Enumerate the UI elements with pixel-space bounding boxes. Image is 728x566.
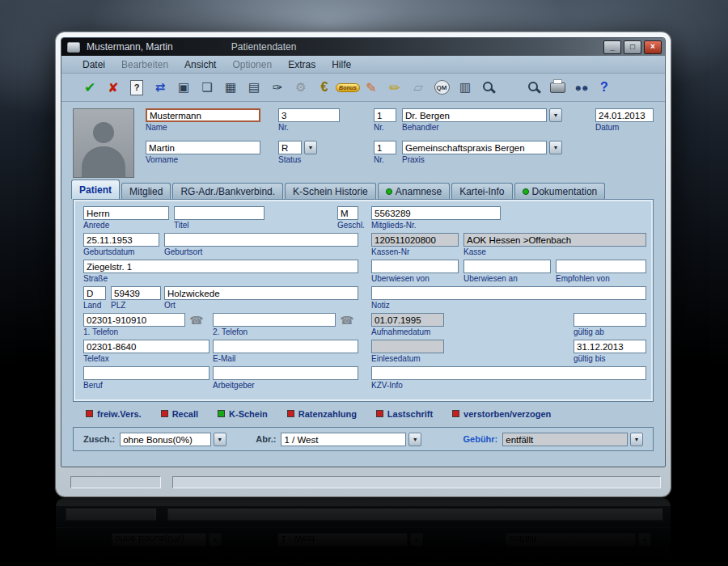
tab-k-schein-historie[interactable]: K-Schein Historie [285,183,376,199]
geburtsort-input[interactable] [164,233,358,247]
flag-freiw-vers[interactable]: freiw.Vers. [86,409,142,419]
praxis-select[interactable]: Gemeinschaftspraxis Bergen [402,141,547,154]
tab-mitglied[interactable]: Mitglied [121,183,171,199]
bonus-badge-icon[interactable]: Bonus [337,78,358,97]
geschlecht-input[interactable]: M [337,206,358,220]
gebuehr-dropdown-button[interactable]: ▼ [630,433,643,446]
calculator-icon[interactable]: ▦ [220,78,241,97]
empfohlen-von-input[interactable] [556,260,646,273]
help-card-icon[interactable]: ? [126,78,147,97]
phone-icon[interactable]: ☎ [188,313,205,327]
telefax-group: 02301-8640 Telefax [83,340,210,363]
photo-silhouette-icon [93,122,114,143]
gebuehr-label: Gebühr: [463,434,498,444]
menu-ansicht[interactable]: Ansicht [184,59,216,70]
tab-kartei-info[interactable]: Kartei-Info [451,183,512,199]
zuschlag-select[interactable]: ohne Bonus(0%) [120,433,211,446]
behandler-select[interactable]: Dr. Bergen [402,108,547,122]
maximize-button[interactable]: □ [624,40,641,54]
cancel-icon[interactable]: ✘ [103,78,124,97]
behandler-dropdown-button[interactable]: ▼ [549,108,562,122]
flag-recall[interactable]: Recall [161,409,198,419]
vorname-group: Martin Vorname [146,141,260,164]
search-card-icon[interactable] [478,78,499,97]
mitglieds-nr-input[interactable]: 5563289 [371,206,501,220]
signature-icon[interactable]: ✑ [267,78,288,97]
telefax-input[interactable]: 02301-8640 [83,340,210,353]
help-icon[interactable]: ? [594,78,615,97]
tab-patient[interactable]: Patient [71,180,120,199]
eraser-icon[interactable]: ▱ [408,78,429,97]
menu-extras[interactable]: Extras [288,59,315,70]
datum-group: 24.01.2013 Datum [595,108,654,132]
tab-label: Mitglied [129,186,163,197]
datum-input[interactable]: 24.01.2013 [595,108,654,122]
patient-photo[interactable] [73,108,134,178]
menu-bearbeiten[interactable]: Bearbeiten [121,59,168,70]
geburtsdatum-label: Geburtsdatum [83,247,159,256]
chevron-down-icon: ▼ [553,145,559,150]
flag-square-icon [287,410,294,417]
land-input[interactable]: D [83,286,106,300]
qm-stamp-icon[interactable]: QM [431,78,452,97]
phone-icon[interactable]: ☎ [339,313,355,327]
flag-ratenzahlung[interactable]: Ratenzahlung [287,409,357,419]
plz-input[interactable]: 59439 [111,286,161,300]
menu-optionen[interactable]: Optionen [232,59,272,70]
tab-anamnese[interactable]: Anamnese [378,183,450,199]
kzv-info-input[interactable] [371,366,646,380]
status-input[interactable]: R [278,141,302,154]
telefon2-input[interactable] [213,313,336,327]
patients-icon[interactable]: ☻☻ [570,78,591,97]
confirm-icon[interactable]: ✔ [79,78,100,97]
anrede-input[interactable]: Herrn [83,206,169,220]
menu-hilfe[interactable]: Hilfe [332,59,351,70]
ueberwiesen-an-input[interactable] [463,260,551,273]
vorname-input[interactable]: Martin [146,141,260,154]
euro-icon[interactable]: € [314,78,335,97]
monitor-icon[interactable]: ▣ [173,78,194,97]
gueltig-bis-input[interactable]: 31.12.2013 [574,340,646,353]
search-icon[interactable] [523,78,544,97]
gebuehr-select[interactable]: entfällt [502,433,628,446]
titel-input[interactable] [174,206,265,220]
minimize-button[interactable]: _ [603,40,621,54]
telefon1-input[interactable]: 02301-910910 [83,313,185,327]
settings-icon[interactable]: ⚙ [290,78,311,97]
kzv-info-label: KZV-Info [371,381,646,390]
tab-dokumentation[interactable]: Dokumentation [514,183,606,199]
flag-k-schein[interactable]: K-Schein [218,409,268,419]
praxis-dropdown-button[interactable]: ▼ [549,141,562,154]
arbeitgeber-input[interactable] [213,366,358,380]
card-index-icon[interactable]: ▥ [455,78,476,97]
gueltig-ab-input[interactable] [574,313,646,327]
strasse-input[interactable]: Ziegelstr. 1 [83,260,358,273]
ueberwiesen-von-input[interactable] [371,260,459,273]
behandler-nr-input[interactable]: 1 [374,108,396,122]
status-dropdown-button[interactable]: ▼ [304,141,317,154]
email-input[interactable] [213,340,358,353]
close-button[interactable]: × [644,40,662,54]
ort-input[interactable]: Holzwickede [164,286,358,300]
navigate-arrows-icon[interactable]: ⇄ [150,78,171,97]
abrechnung-dropdown-button[interactable]: ▼ [408,433,421,446]
vorname-label: Vorname [146,155,260,164]
tab-rg-adr-bankverbind[interactable]: RG-Adr./Bankverbind. [172,183,283,199]
print-icon[interactable] [547,78,568,97]
bonus-glyph: Bonus [336,83,360,92]
notiz-input[interactable] [371,286,646,300]
praxis-nr-input[interactable]: 1 [374,141,396,154]
flag-verstorben-verzogen[interactable]: verstorben/verzogen [452,409,551,419]
zuschlag-dropdown-button[interactable]: ▼ [214,433,226,446]
flag-lastschrift[interactable]: Lastschrift [376,409,433,419]
beruf-input[interactable] [83,366,210,380]
edit-yellow-icon[interactable]: ✏ [384,78,405,97]
edit-orange-icon[interactable]: ✎ [361,78,382,97]
patient-nr-input[interactable]: 3 [278,108,340,122]
name-input[interactable]: Mustermann [146,108,260,122]
abrechnung-select[interactable]: 1 / West [281,433,406,446]
menu-datei[interactable]: Datei [83,59,105,70]
geburtsdatum-input[interactable]: 25.11.1953 [83,233,159,247]
document-icon[interactable]: ▤ [243,78,265,97]
speech-note-icon[interactable]: ❏ [197,78,218,97]
